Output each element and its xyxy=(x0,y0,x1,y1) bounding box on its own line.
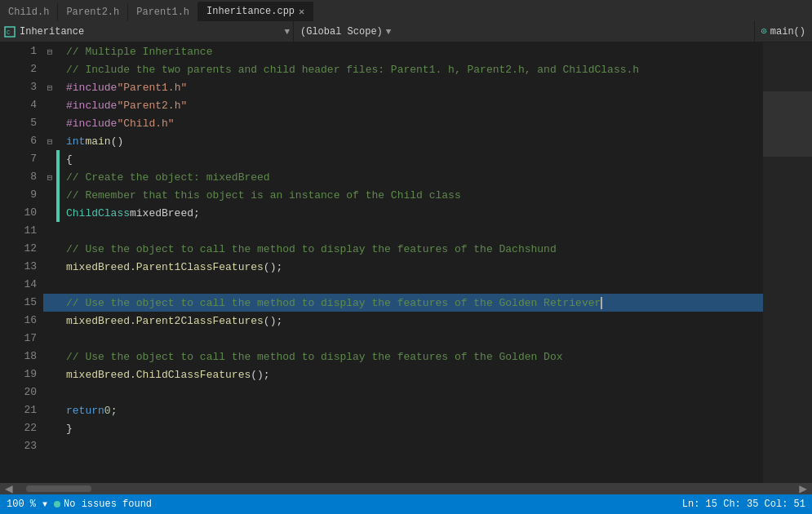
code-line-20 xyxy=(43,383,763,401)
green-indicator-18 xyxy=(56,348,60,366)
text-cursor xyxy=(601,297,602,309)
line-number-21: 21 xyxy=(7,401,37,419)
line-number-4: 4 xyxy=(7,96,37,114)
token-6-3: () xyxy=(111,135,124,148)
status-bar: 100 % ▼ No issues found Ln: 15 Ch: 35 Co… xyxy=(0,494,812,514)
tab-label-parent1-h: Parent1.h xyxy=(136,7,189,18)
green-indicator-14 xyxy=(56,276,60,294)
green-indicator-15 xyxy=(56,294,60,312)
green-indicator-9 xyxy=(56,186,60,204)
code-line-5: #include "Child.h" xyxy=(43,114,763,132)
token-12-1: // Use the object to call the method to … xyxy=(66,243,557,255)
green-indicator-12 xyxy=(56,240,60,258)
tab-child-h[interactable]: Child.h xyxy=(0,3,58,21)
tab-bar: Child.h Parent2.h Parent1.h Inheritance.… xyxy=(0,0,812,21)
line-number-2: 2 xyxy=(7,60,37,78)
zoom-dropdown-icon[interactable]: ▼ xyxy=(42,500,47,509)
scope-dropdown-icon[interactable]: ▼ xyxy=(386,27,392,37)
line-number-8: 8 xyxy=(7,168,37,186)
breadcrumb-dropdown-icon[interactable]: ▼ xyxy=(284,27,290,37)
line-number-15: 15 xyxy=(7,294,37,312)
code-line-19: mixedBreed.ChildClassFeatures(); xyxy=(43,366,763,383)
line-number-13: 13 xyxy=(7,258,37,276)
token-19-1: mixedBreed.ChildClassFeatures xyxy=(66,369,251,381)
token-3-0: #include xyxy=(66,82,117,94)
line-number-5: 5 xyxy=(7,114,37,132)
code-line-16: mixedBreed.Parent2ClassFeatures(); xyxy=(43,312,763,330)
green-indicator-10 xyxy=(56,204,60,222)
code-line-1: ⊟// Multiple Inheritance xyxy=(43,42,763,60)
line-number-11: 11 xyxy=(7,222,37,240)
token-13-1: mixedBreed.Parent1ClassFeatures xyxy=(66,261,264,273)
green-indicator-4 xyxy=(56,96,60,114)
green-indicator-7 xyxy=(56,150,60,168)
minimap-thumb[interactable] xyxy=(763,91,812,157)
token-7-0: { xyxy=(66,153,73,166)
tab-inheritance-cpp[interactable]: Inheritance.cpp ✕ xyxy=(198,2,313,21)
code-line-8: ⊟ // Create the object: mixedBreed xyxy=(43,168,763,186)
token-3-2: "Parent1.h" xyxy=(117,82,187,94)
code-line-22: } xyxy=(43,419,763,437)
green-indicator-3 xyxy=(56,78,60,96)
zoom-level: 100 % xyxy=(7,498,36,510)
code-line-15: // Use the object to call the method to … xyxy=(43,294,763,312)
token-1-0: // Multiple Inheritance xyxy=(66,46,212,58)
status-right: Ln: 15 Ch: 35 Col: 51 xyxy=(682,498,805,510)
tab-modified-icon: ✕ xyxy=(299,6,304,18)
code-line-10: ChildClass mixedBreed; xyxy=(43,204,763,222)
code-line-14 xyxy=(43,276,763,294)
line-number-23: 23 xyxy=(7,437,37,455)
line-number-12: 12 xyxy=(7,240,37,258)
token-21-4: ; xyxy=(111,405,118,417)
tab-parent1-h[interactable]: Parent1.h xyxy=(128,3,198,21)
token-16-1: mixedBreed.Parent2ClassFeatures xyxy=(66,315,264,327)
line-number-18: 18 xyxy=(7,348,37,366)
fold-indicator-8[interactable]: ⊟ xyxy=(43,172,56,183)
scrollbar-thumb[interactable] xyxy=(26,485,91,492)
code-line-7: { xyxy=(43,150,763,168)
toolbar-func-section: ⊙ main() xyxy=(755,21,812,42)
line-number-7: 7 xyxy=(7,150,37,168)
svg-text:C: C xyxy=(7,29,10,36)
code-content[interactable]: ⊟// Multiple Inheritance// Include the t… xyxy=(43,42,763,483)
token-13-2: (); xyxy=(264,261,282,273)
status-issues: No issues found xyxy=(54,498,152,510)
token-15-1: // Use the object to call the method to … xyxy=(66,297,601,309)
scrollbar-horizontal[interactable]: ◀ ▶ xyxy=(0,483,812,494)
token-21-3: 0 xyxy=(104,405,111,417)
line-number-16: 16 xyxy=(7,312,37,330)
token-18-1: // Use the object to call the method to … xyxy=(66,351,563,363)
token-22-0: } xyxy=(66,423,73,435)
green-indicator-21 xyxy=(56,401,60,419)
token-5-1: #include xyxy=(66,117,117,130)
fold-indicator-6[interactable]: ⊟ xyxy=(43,136,56,147)
token-6-0: int xyxy=(66,135,85,148)
token-8-1: // Create the object: mixedBreed xyxy=(66,171,270,184)
token-10-2: mixedBreed; xyxy=(130,207,200,219)
line-number-3: 3 xyxy=(7,78,37,96)
green-indicator-13 xyxy=(56,258,60,276)
green-indicator-1 xyxy=(56,42,60,60)
token-9-1: // Remember that this object is an insta… xyxy=(66,189,461,202)
code-line-3: ⊟#include "Parent1.h" xyxy=(43,78,763,96)
code-line-17 xyxy=(43,330,763,348)
token-21-1: return xyxy=(66,405,104,417)
toolbar-breadcrumb-section: C Inheritance ▼ xyxy=(0,21,294,42)
green-indicator-8 xyxy=(56,168,60,186)
line-numbers: 1234567891011121314151617181920212223 xyxy=(7,42,43,483)
tab-parent2-h[interactable]: Parent2.h xyxy=(58,3,128,21)
status-left: 100 % ▼ No issues found xyxy=(7,498,152,510)
token-16-2: (); xyxy=(264,315,282,327)
fold-indicator-3[interactable]: ⊟ xyxy=(43,82,56,93)
fold-indicator-1[interactable]: ⊟ xyxy=(43,47,56,57)
green-indicator-23 xyxy=(56,437,60,455)
code-line-18: // Use the object to call the method to … xyxy=(43,348,763,366)
code-line-21: return 0; xyxy=(43,401,763,419)
code-line-23 xyxy=(43,437,763,455)
line-number-14: 14 xyxy=(7,276,37,294)
line-number-20: 20 xyxy=(7,383,37,401)
green-indicator-19 xyxy=(56,366,60,383)
token-6-2: main xyxy=(85,135,110,148)
token-2-0: // Include the two parents and child hea… xyxy=(66,64,639,76)
code-line-4: #include "Parent2.h" xyxy=(43,96,763,114)
